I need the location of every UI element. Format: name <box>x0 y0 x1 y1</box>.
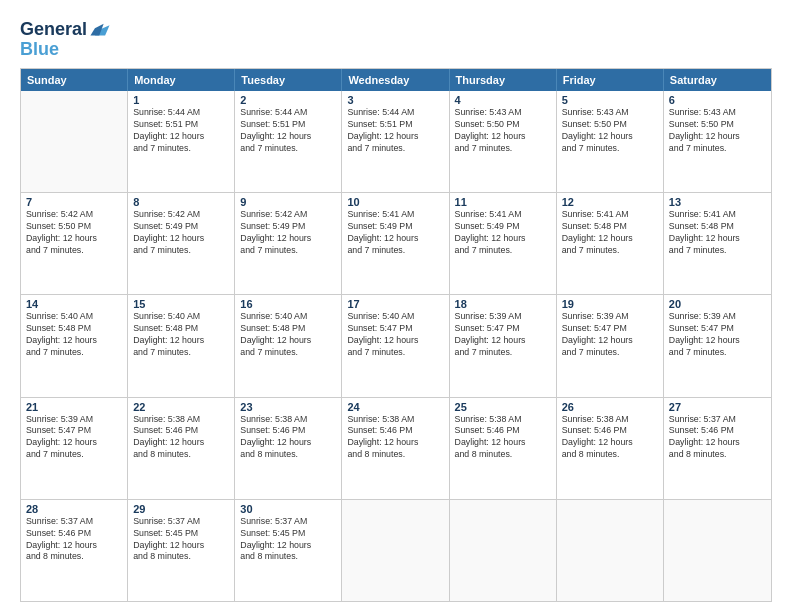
day-info: Sunrise: 5:37 AM Sunset: 5:45 PM Dayligh… <box>133 516 229 564</box>
day-number: 22 <box>133 401 229 413</box>
calendar-cell: 19Sunrise: 5:39 AM Sunset: 5:47 PM Dayli… <box>557 295 664 396</box>
calendar-cell <box>21 91 128 192</box>
day-info: Sunrise: 5:37 AM Sunset: 5:46 PM Dayligh… <box>26 516 122 564</box>
day-number: 30 <box>240 503 336 515</box>
day-number: 13 <box>669 196 766 208</box>
calendar-cell: 17Sunrise: 5:40 AM Sunset: 5:47 PM Dayli… <box>342 295 449 396</box>
day-number: 9 <box>240 196 336 208</box>
day-number: 19 <box>562 298 658 310</box>
calendar-cell: 22Sunrise: 5:38 AM Sunset: 5:46 PM Dayli… <box>128 398 235 499</box>
day-number: 10 <box>347 196 443 208</box>
day-info: Sunrise: 5:43 AM Sunset: 5:50 PM Dayligh… <box>455 107 551 155</box>
day-number: 18 <box>455 298 551 310</box>
day-number: 15 <box>133 298 229 310</box>
calendar-header-cell: Wednesday <box>342 69 449 91</box>
calendar-cell: 8Sunrise: 5:42 AM Sunset: 5:49 PM Daylig… <box>128 193 235 294</box>
calendar-cell: 12Sunrise: 5:41 AM Sunset: 5:48 PM Dayli… <box>557 193 664 294</box>
calendar-cell: 6Sunrise: 5:43 AM Sunset: 5:50 PM Daylig… <box>664 91 771 192</box>
calendar-cell: 14Sunrise: 5:40 AM Sunset: 5:48 PM Dayli… <box>21 295 128 396</box>
day-number: 6 <box>669 94 766 106</box>
logo-blue: Blue <box>20 40 111 58</box>
calendar-cell: 5Sunrise: 5:43 AM Sunset: 5:50 PM Daylig… <box>557 91 664 192</box>
calendar-cell: 3Sunrise: 5:44 AM Sunset: 5:51 PM Daylig… <box>342 91 449 192</box>
day-info: Sunrise: 5:37 AM Sunset: 5:46 PM Dayligh… <box>669 414 766 462</box>
calendar-cell: 27Sunrise: 5:37 AM Sunset: 5:46 PM Dayli… <box>664 398 771 499</box>
day-info: Sunrise: 5:41 AM Sunset: 5:49 PM Dayligh… <box>455 209 551 257</box>
day-info: Sunrise: 5:43 AM Sunset: 5:50 PM Dayligh… <box>562 107 658 155</box>
calendar-row: 14Sunrise: 5:40 AM Sunset: 5:48 PM Dayli… <box>21 294 771 396</box>
day-number: 25 <box>455 401 551 413</box>
calendar-cell: 11Sunrise: 5:41 AM Sunset: 5:49 PM Dayli… <box>450 193 557 294</box>
day-number: 8 <box>133 196 229 208</box>
calendar: SundayMondayTuesdayWednesdayThursdayFrid… <box>20 68 772 602</box>
day-number: 20 <box>669 298 766 310</box>
day-info: Sunrise: 5:42 AM Sunset: 5:49 PM Dayligh… <box>133 209 229 257</box>
day-info: Sunrise: 5:40 AM Sunset: 5:48 PM Dayligh… <box>240 311 336 359</box>
day-info: Sunrise: 5:41 AM Sunset: 5:48 PM Dayligh… <box>669 209 766 257</box>
day-info: Sunrise: 5:39 AM Sunset: 5:47 PM Dayligh… <box>669 311 766 359</box>
calendar-header-cell: Monday <box>128 69 235 91</box>
day-number: 14 <box>26 298 122 310</box>
day-info: Sunrise: 5:41 AM Sunset: 5:49 PM Dayligh… <box>347 209 443 257</box>
page: General Blue SundayMondayTuesdayWednesda… <box>0 0 792 612</box>
day-info: Sunrise: 5:38 AM Sunset: 5:46 PM Dayligh… <box>455 414 551 462</box>
day-info: Sunrise: 5:37 AM Sunset: 5:45 PM Dayligh… <box>240 516 336 564</box>
calendar-cell: 25Sunrise: 5:38 AM Sunset: 5:46 PM Dayli… <box>450 398 557 499</box>
day-number: 28 <box>26 503 122 515</box>
day-number: 17 <box>347 298 443 310</box>
calendar-row: 21Sunrise: 5:39 AM Sunset: 5:47 PM Dayli… <box>21 397 771 499</box>
day-info: Sunrise: 5:38 AM Sunset: 5:46 PM Dayligh… <box>562 414 658 462</box>
day-number: 5 <box>562 94 658 106</box>
calendar-cell <box>342 500 449 601</box>
calendar-cell: 2Sunrise: 5:44 AM Sunset: 5:51 PM Daylig… <box>235 91 342 192</box>
day-info: Sunrise: 5:39 AM Sunset: 5:47 PM Dayligh… <box>26 414 122 462</box>
day-number: 1 <box>133 94 229 106</box>
calendar-cell: 13Sunrise: 5:41 AM Sunset: 5:48 PM Dayli… <box>664 193 771 294</box>
day-number: 3 <box>347 94 443 106</box>
day-info: Sunrise: 5:40 AM Sunset: 5:48 PM Dayligh… <box>133 311 229 359</box>
day-number: 7 <box>26 196 122 208</box>
calendar-header-cell: Saturday <box>664 69 771 91</box>
day-number: 4 <box>455 94 551 106</box>
calendar-header-cell: Thursday <box>450 69 557 91</box>
calendar-row: 1Sunrise: 5:44 AM Sunset: 5:51 PM Daylig… <box>21 91 771 192</box>
calendar-cell: 30Sunrise: 5:37 AM Sunset: 5:45 PM Dayli… <box>235 500 342 601</box>
calendar-cell: 20Sunrise: 5:39 AM Sunset: 5:47 PM Dayli… <box>664 295 771 396</box>
calendar-cell: 10Sunrise: 5:41 AM Sunset: 5:49 PM Dayli… <box>342 193 449 294</box>
calendar-cell: 21Sunrise: 5:39 AM Sunset: 5:47 PM Dayli… <box>21 398 128 499</box>
calendar-cell <box>664 500 771 601</box>
day-number: 27 <box>669 401 766 413</box>
logo: General Blue <box>20 18 111 58</box>
calendar-cell: 16Sunrise: 5:40 AM Sunset: 5:48 PM Dayli… <box>235 295 342 396</box>
calendar-cell <box>557 500 664 601</box>
day-number: 23 <box>240 401 336 413</box>
header: General Blue <box>20 18 772 58</box>
calendar-row: 28Sunrise: 5:37 AM Sunset: 5:46 PM Dayli… <box>21 499 771 601</box>
day-number: 11 <box>455 196 551 208</box>
calendar-cell: 24Sunrise: 5:38 AM Sunset: 5:46 PM Dayli… <box>342 398 449 499</box>
calendar-cell: 28Sunrise: 5:37 AM Sunset: 5:46 PM Dayli… <box>21 500 128 601</box>
calendar-header-cell: Tuesday <box>235 69 342 91</box>
day-info: Sunrise: 5:42 AM Sunset: 5:50 PM Dayligh… <box>26 209 122 257</box>
day-number: 24 <box>347 401 443 413</box>
day-number: 29 <box>133 503 229 515</box>
day-info: Sunrise: 5:42 AM Sunset: 5:49 PM Dayligh… <box>240 209 336 257</box>
day-info: Sunrise: 5:44 AM Sunset: 5:51 PM Dayligh… <box>133 107 229 155</box>
day-info: Sunrise: 5:44 AM Sunset: 5:51 PM Dayligh… <box>240 107 336 155</box>
day-number: 12 <box>562 196 658 208</box>
calendar-cell: 4Sunrise: 5:43 AM Sunset: 5:50 PM Daylig… <box>450 91 557 192</box>
calendar-cell: 29Sunrise: 5:37 AM Sunset: 5:45 PM Dayli… <box>128 500 235 601</box>
day-number: 21 <box>26 401 122 413</box>
calendar-body: 1Sunrise: 5:44 AM Sunset: 5:51 PM Daylig… <box>21 91 771 601</box>
calendar-header-cell: Friday <box>557 69 664 91</box>
day-info: Sunrise: 5:38 AM Sunset: 5:46 PM Dayligh… <box>240 414 336 462</box>
day-info: Sunrise: 5:38 AM Sunset: 5:46 PM Dayligh… <box>133 414 229 462</box>
calendar-cell: 1Sunrise: 5:44 AM Sunset: 5:51 PM Daylig… <box>128 91 235 192</box>
logo-icon <box>89 18 111 40</box>
day-info: Sunrise: 5:40 AM Sunset: 5:47 PM Dayligh… <box>347 311 443 359</box>
calendar-cell: 15Sunrise: 5:40 AM Sunset: 5:48 PM Dayli… <box>128 295 235 396</box>
day-info: Sunrise: 5:38 AM Sunset: 5:46 PM Dayligh… <box>347 414 443 462</box>
day-info: Sunrise: 5:40 AM Sunset: 5:48 PM Dayligh… <box>26 311 122 359</box>
day-info: Sunrise: 5:43 AM Sunset: 5:50 PM Dayligh… <box>669 107 766 155</box>
day-number: 26 <box>562 401 658 413</box>
